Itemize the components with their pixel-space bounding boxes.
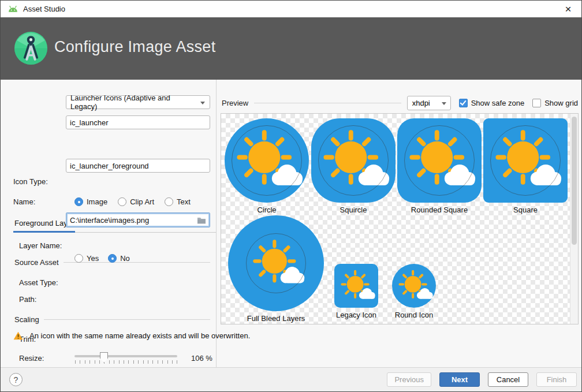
slider-track[interactable] [74,355,177,357]
name-label: Name: [13,197,35,206]
safe-zone-ring [404,125,475,196]
radio-icon [74,254,83,263]
resize-slider[interactable] [74,352,177,365]
asset-type-label: Asset Type: [19,278,58,287]
path-field [66,212,210,227]
safe-zone-ring [232,125,303,196]
layer-name-label: Layer Name: [19,241,62,250]
preview-area: Circle Squircle Rounded Square Square Fu… [221,113,579,324]
trim-radio-yes[interactable]: Yes [74,254,99,263]
preview-tile-squircle: Squircle [311,118,396,203]
name-input[interactable] [66,115,210,129]
show-safe-zone-checkbox[interactable]: Show safe zone [459,99,525,107]
density-select[interactable]: xhdpi [407,96,451,110]
launcher-icon-round [392,264,436,308]
page-title: Configure Image Asset [54,38,215,56]
safe-zone-ring [246,233,307,294]
finish-button[interactable]: Finish [536,372,577,387]
section-divider [254,103,401,103]
warning-icon [13,331,23,340]
preview-scrollbar[interactable] [570,114,578,324]
tile-label: Square [466,206,582,214]
layer-name-input[interactable] [66,159,210,173]
asset-type-radio-clip-art[interactable]: Clip Art [118,197,154,206]
scrollbar-thumb[interactable] [572,117,577,245]
source-asset-section-title: Source Asset [14,258,59,267]
title-bar: Asset Studio × [1,1,581,17]
previous-button[interactable]: Previous [387,372,431,387]
icon-type-label: Icon Type: [13,177,48,186]
section-divider [44,319,210,320]
radio-selected-icon [108,254,117,263]
slider-ticks [75,360,177,364]
checkbox-icon [532,99,541,107]
trim-radio-no[interactable]: No [108,254,130,263]
configuration-panel: Icon Type: Launcher Icons (Adaptive and … [1,80,217,368]
chevron-down-icon [200,102,205,104]
folder-browse-icon[interactable] [197,216,206,224]
warning-message: An icon with the same name already exist… [13,331,250,340]
preview-tile-square: Square [483,118,568,203]
next-button[interactable]: Next [439,372,480,387]
radio-icon [165,197,173,206]
preview-tile-rounded-square: Rounded Square [397,118,482,203]
resize-label: Resize: [19,354,44,363]
asset-studio-dialog: Asset Studio × Configure Image Asset Ico… [0,0,582,392]
preview-tile-full-bleed: Full Bleed Layers [228,215,324,311]
scaling-section-title: Scaling [14,315,39,324]
footer-bar: ? Previous Next Cancel Finish [1,367,581,391]
radio-icon [118,197,126,206]
close-icon: × [565,3,571,16]
radio-selected-icon [74,197,83,206]
window-title: Asset Studio [23,5,65,13]
android-head-icon [8,5,18,13]
question-mark-icon: ? [14,375,18,384]
safe-zone-ring [490,125,561,196]
dialog-header: Configure Image Asset [1,17,581,80]
show-grid-checkbox[interactable]: Show grid [532,99,578,107]
android-studio-logo [14,32,47,65]
icon-type-value: Launcher Icons (Adaptive and Legacy) [70,94,197,111]
tile-label: Round Icon [375,311,453,319]
preview-tile-round: Round Icon [392,264,436,308]
preview-header: Preview xhdpi Show safe zone Show grid [222,95,578,110]
icon-type-select[interactable]: Launcher Icons (Adaptive and Legacy) [66,95,210,109]
help-button[interactable]: ? [9,373,23,386]
preview-section-title: Preview [222,99,248,107]
cancel-button[interactable]: Cancel [488,372,528,387]
checkbox-checked-icon [459,99,468,107]
launcher-icon-legacy [334,264,378,308]
chevron-down-icon [442,102,446,105]
density-value: xhdpi [412,99,430,107]
asset-type-radio-image[interactable]: Image [74,197,107,206]
warning-text: An icon with the same name already exist… [29,331,250,340]
asset-type-radio-text[interactable]: Text [165,197,191,206]
path-label: Path: [19,295,36,304]
close-button[interactable]: × [555,1,581,17]
safe-zone-ring [318,125,389,196]
preview-tile-legacy: Legacy Icon [334,264,378,308]
preview-tile-circle: Circle [225,118,309,203]
resize-value: 106 % [191,354,212,363]
path-input[interactable] [70,216,197,225]
